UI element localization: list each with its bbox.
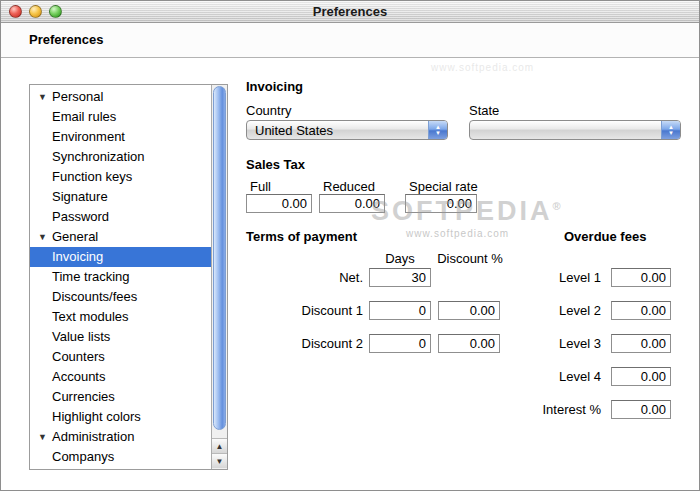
sidebar-item-counters[interactable]: Counters (30, 347, 211, 367)
interest-label: Interest % (521, 402, 601, 417)
overdue-title: Overdue fees (564, 229, 646, 244)
discount1-discount-field[interactable] (438, 301, 500, 320)
sales-tax-special-field[interactable] (405, 194, 477, 213)
sales-tax-special-label: Special rate (409, 179, 478, 194)
preferences-list: ▼Personal Email rules Environment Synchr… (29, 84, 228, 470)
discount2-discount-field[interactable] (438, 334, 500, 353)
popup-arrows-icon: ▲▼ (661, 121, 680, 139)
popup-arrows-icon: ▲▼ (428, 121, 447, 139)
sidebar-item-invoicing[interactable]: Invoicing (30, 247, 211, 267)
terms-title: Terms of payment (246, 229, 357, 244)
discount2-label: Discount 2 (246, 336, 363, 351)
level1-field[interactable] (611, 268, 671, 287)
discount-column-label: Discount % (435, 251, 505, 266)
scrollbar-arrows: ▲ ▼ (212, 438, 227, 468)
sidebar-group-personal[interactable]: ▼Personal (30, 87, 211, 107)
sales-tax-full-field[interactable] (246, 194, 312, 213)
sidebar-item-synchronization[interactable]: Synchronization (30, 147, 211, 167)
sales-tax-title: Sales Tax (246, 157, 305, 172)
section-title: Invoicing (246, 79, 303, 94)
sidebar-item-environment[interactable]: Environment (30, 127, 211, 147)
days-column-label: Days (369, 251, 431, 266)
country-select[interactable]: United States ▲▼ (246, 120, 448, 140)
scrollbar[interactable]: ▲ ▼ (211, 85, 227, 469)
sidebar-group-general[interactable]: ▼General (30, 227, 211, 247)
sidebar-item-signature[interactable]: Signature (30, 187, 211, 207)
level3-field[interactable] (611, 334, 671, 353)
sales-tax-reduced-label: Reduced (323, 179, 375, 194)
discount2-days-field[interactable] (369, 334, 431, 353)
window-title: Preferences (1, 4, 699, 19)
sidebar-item-highlight-colors[interactable]: Highlight colors (30, 407, 211, 427)
toolbar-title: Preferences (29, 32, 103, 47)
discount1-label: Discount 1 (246, 303, 363, 318)
sidebar-item-discounts-fees[interactable]: Discounts/fees (30, 287, 211, 307)
level1-label: Level 1 (521, 270, 601, 285)
sales-tax-reduced-field[interactable] (319, 194, 385, 213)
sidebar-item-value-lists[interactable]: Value lists (30, 327, 211, 347)
sidebar-item-accounts[interactable]: Accounts (30, 367, 211, 387)
level4-field[interactable] (611, 367, 671, 386)
sales-tax-full-label: Full (250, 179, 271, 194)
scroll-up-icon[interactable]: ▲ (212, 438, 227, 453)
level2-label: Level 2 (521, 303, 601, 318)
scrollbar-thumb[interactable] (213, 86, 226, 430)
net-label: Net. (246, 270, 363, 285)
toolbar: Preferences (1, 23, 699, 58)
level3-label: Level 3 (521, 336, 601, 351)
country-value: United States (255, 123, 333, 138)
preferences-window: Preferences Preferences www.softpedia.co… (0, 0, 700, 491)
sidebar-group-administration[interactable]: ▼Administration (30, 427, 211, 447)
preferences-list-rows: ▼Personal Email rules Environment Synchr… (30, 87, 211, 467)
interest-field[interactable] (611, 400, 671, 419)
disclosure-triangle-icon[interactable]: ▼ (38, 227, 47, 247)
disclosure-triangle-icon[interactable]: ▼ (38, 427, 47, 447)
sidebar-item-companys[interactable]: Companys (30, 447, 211, 467)
sidebar-item-email-rules[interactable]: Email rules (30, 107, 211, 127)
level2-field[interactable] (611, 301, 671, 320)
sidebar-item-text-modules[interactable]: Text modules (30, 307, 211, 327)
sidebar-item-currencies[interactable]: Currencies (30, 387, 211, 407)
disclosure-triangle-icon[interactable]: ▼ (38, 87, 47, 107)
state-label: State (469, 103, 499, 118)
sidebar-item-password[interactable]: Password (30, 207, 211, 227)
titlebar[interactable]: Preferences (1, 1, 699, 23)
watermark-url: www.softpedia.com (406, 228, 509, 239)
state-select[interactable]: ▲▼ (469, 120, 681, 140)
level4-label: Level 4 (521, 369, 601, 384)
discount1-days-field[interactable] (369, 301, 431, 320)
scroll-down-icon[interactable]: ▼ (212, 453, 227, 468)
sidebar-item-function-keys[interactable]: Function keys (30, 167, 211, 187)
content-area: www.softpedia.com SOFTPEDIA® www.softped… (1, 58, 700, 491)
net-days-field[interactable] (369, 268, 431, 287)
watermark-url-top: www.softpedia.com (431, 62, 534, 73)
country-label: Country (246, 103, 292, 118)
sidebar-item-time-tracking[interactable]: Time tracking (30, 267, 211, 287)
